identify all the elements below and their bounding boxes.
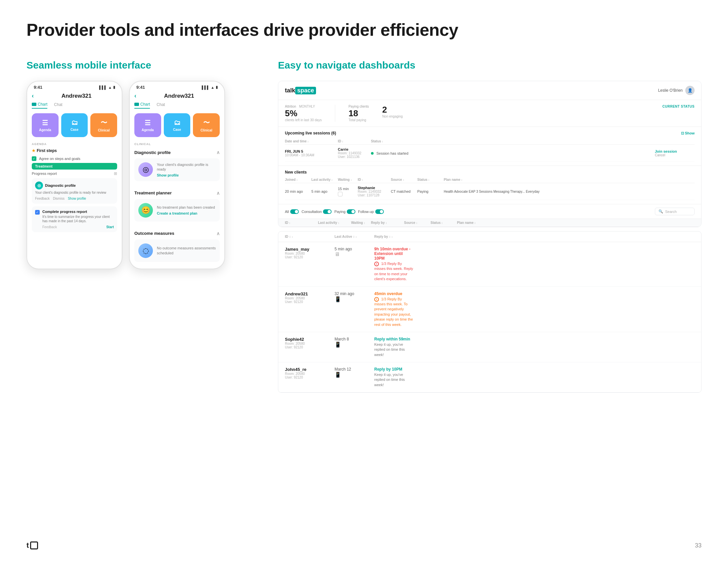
andrew-time: 32 min ago: [335, 292, 374, 296]
client-id-block: Stephanie Room: 1149332 User: 1107128: [358, 186, 391, 197]
search-placeholder: Search: [665, 210, 677, 213]
phone1-status-icons: ▌▌▌ ▲ ▮: [99, 85, 115, 89]
phone2-agenda-card[interactable]: ☰ Agenda: [134, 113, 161, 137]
phone2-time: 9:41: [136, 85, 145, 90]
phone2-status-icons: ▌▌▌ ▲ ▮: [202, 85, 218, 89]
consultation-toggle[interactable]: [323, 209, 332, 214]
session-room: Room: 1149332: [338, 151, 371, 155]
user-avatar: 👤: [685, 86, 695, 95]
client-last-activity: 5 min ago: [311, 189, 338, 193]
show-link[interactable]: ⊡ Show: [681, 131, 695, 135]
phone2-tabs: Chart Chat: [130, 102, 224, 109]
session-date: FRI, JUN 5: [285, 149, 338, 153]
client-joined: 20 min ago: [285, 189, 311, 193]
status-dot: [371, 152, 374, 155]
phone2-status-bar: 9:41 ▌▌▌ ▲ ▮: [130, 81, 224, 91]
show-profile-link[interactable]: Show profile: [68, 197, 86, 200]
phone-icon-2: 📱: [335, 342, 341, 348]
filter-paying[interactable]: Paying: [334, 209, 355, 214]
filter-consultation[interactable]: Consultation: [301, 209, 332, 214]
phone1-tabs: Chart Chat: [27, 102, 122, 109]
filter-followup[interactable]: Follow-up: [358, 209, 384, 214]
footer-square-icon: [30, 541, 38, 549]
client-row-james: James_may Room: 20580 User: 92120 5 min …: [278, 242, 701, 287]
john-reply-time: Reply by 10PM: [374, 367, 414, 372]
phone2-tab-chat[interactable]: Chat: [157, 102, 165, 109]
treatment-bar[interactable]: Treatment: [32, 163, 117, 169]
john-user: User: 92120: [285, 376, 335, 379]
diag-text: Your client's diagnostic profile is read…: [157, 162, 216, 172]
sophie-reply: Reply within 59min Keep it up, you've re…: [374, 337, 414, 357]
complete-actions: Feedback Start: [42, 225, 114, 229]
case-icon-card[interactable]: 🗂 Case: [61, 113, 88, 137]
paying-value: 18: [348, 109, 369, 117]
two-column-layout: Seamless mobile interface 9:41 ▌▌▌ ▲ ▮ ‹: [26, 60, 702, 393]
th-waiting: Waiting: [338, 178, 358, 181]
back-arrow-icon[interactable]: ‹: [32, 92, 34, 99]
treatment-text: No treatment plan has been created: [157, 205, 215, 210]
progress-item[interactable]: Progress report ⊞: [32, 170, 117, 177]
page-container: Provider tools and interfaces drive prov…: [0, 0, 728, 563]
bottom-clients-table: ID ↕ Last Active ↕ Reply by ↕ James_may …: [278, 231, 702, 393]
search-box[interactable]: 🔍 Search: [655, 208, 695, 215]
th-last-activity: Last activity: [311, 178, 338, 181]
dashboard-section-title: Easy to navigate dashboards: [278, 60, 702, 71]
client-status: Paying: [417, 189, 444, 193]
james-reply-detail: ! 1/3 Reply By misses this week. Reply o…: [374, 261, 414, 282]
dashboard-container: talkspace Leslie O'Brien 👤 Attrition MON…: [278, 81, 702, 227]
phone-icon-1: 📱: [335, 297, 341, 302]
current-status-badge: CURRENT STATUS: [662, 105, 695, 108]
phone2-case-card[interactable]: 🗂 Case: [164, 113, 191, 137]
bth-reply-by: Reply by ↕: [374, 235, 414, 238]
main-table-header: ID Last activity Waiting Reply by Source…: [278, 219, 701, 227]
chevron-up-icon[interactable]: ∧: [216, 150, 220, 155]
complete-feedback-link[interactable]: Feedback: [42, 225, 57, 229]
create-plan-link[interactable]: Create a treatment plan: [157, 211, 215, 215]
james-room: Room: 20580: [285, 252, 335, 255]
new-client-row: 20 min ago 5 min ago 15 min Stephanie Ro…: [285, 183, 695, 200]
paying-toggle[interactable]: [347, 209, 355, 214]
agenda-icon-card[interactable]: ☰ Agenda: [32, 113, 59, 137]
client-room: Room: 1149332: [358, 190, 391, 193]
start-button[interactable]: Start: [106, 225, 114, 229]
footer-logo: t: [26, 541, 38, 550]
outcome-card-icon: ◌: [138, 243, 153, 258]
agenda-group-title: ★ First steps: [32, 148, 117, 153]
feedback-link[interactable]: Feedback: [35, 197, 50, 200]
clients-table-header: Joined Last activity Waiting ID Source S…: [285, 176, 695, 183]
show-icon: ⊡: [681, 131, 684, 135]
th-joined: Joined: [285, 178, 311, 181]
phone2-clinical-card[interactable]: 〜 Clinical: [193, 113, 220, 137]
chevron-up2-icon[interactable]: ∧: [216, 190, 220, 196]
followup-toggle[interactable]: [375, 209, 384, 214]
all-toggle[interactable]: [290, 209, 299, 214]
join-session-button[interactable]: Join session: [655, 149, 695, 153]
th-id: ID: [338, 139, 371, 143]
agenda-item-1[interactable]: ✓ Agree on steps and goals: [32, 155, 117, 162]
andrew-room: Room: 20580: [285, 297, 335, 300]
non-engaging-label: Non engaging: [382, 115, 403, 118]
john-last-active: March 12 📱: [335, 367, 374, 378]
phone2-case-symbol: 🗂: [174, 119, 180, 126]
bottom-table-header: ID ↕ Last Active ↕ Reply by ↕: [278, 231, 701, 242]
phone1-tab-chat[interactable]: Chat: [54, 102, 62, 109]
clinical-section-treatment: Treatment planner ∧ 😊 No treatment plan …: [130, 188, 224, 228]
clinical-icon-card[interactable]: 〜 Clinical: [90, 113, 117, 137]
dismiss-link[interactable]: Dismiss: [53, 197, 65, 200]
clinical-outcome-card: ◌ No outcome measures assessments schedu…: [134, 239, 220, 262]
show-profile-link2[interactable]: Show profile: [157, 173, 216, 177]
cancel-link[interactable]: Cancel: [655, 153, 695, 157]
client-wait-time: 15 min: [338, 187, 358, 191]
phone1-tab-chart[interactable]: Chart: [32, 102, 47, 109]
checkbox-icon[interactable]: [338, 192, 342, 196]
chevron-up3-icon[interactable]: ∧: [216, 231, 220, 236]
agenda-section-label: AGENDA: [32, 142, 117, 146]
phone2-tab-chart[interactable]: Chart: [134, 102, 150, 109]
th-source: Source: [391, 178, 417, 181]
back-arrow2-icon[interactable]: ‹: [134, 92, 136, 99]
phone1-username: Andrew321: [36, 93, 117, 99]
paying-label: Paying clients: [348, 105, 369, 108]
left-column: Seamless mobile interface 9:41 ▌▌▌ ▲ ▮ ‹: [26, 60, 251, 269]
filter-all[interactable]: All: [285, 209, 299, 214]
james-reply: 9h 10min overdue - Extension until 10PM …: [374, 247, 414, 282]
